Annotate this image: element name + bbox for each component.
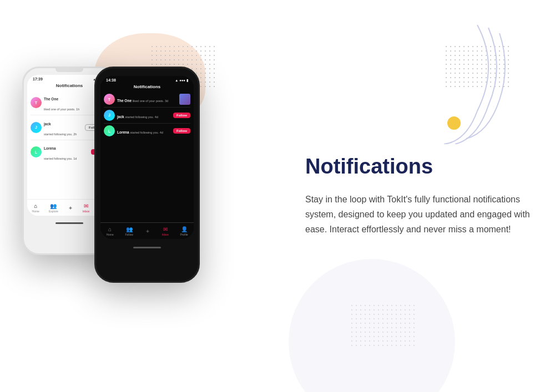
home-indicator-front — [133, 247, 161, 248]
screen-title-front: Notifications — [100, 83, 194, 91]
battery-icon-front: ▮ — [186, 78, 188, 82]
follow-button-3-front[interactable]: Follow — [173, 128, 190, 134]
nav-add-front[interactable]: ＋ — [145, 227, 150, 235]
avatar-1-front: T — [104, 94, 115, 105]
nav-inbox-front[interactable]: ✉ Inbox — [162, 226, 168, 236]
feature-title: Notifications — [305, 155, 533, 179]
notif-text-1-front: The One liked one of your posts. 3d — [117, 94, 177, 104]
nav-inbox-label-back: Inbox — [83, 210, 89, 213]
home-indicator-back — [56, 222, 83, 224]
explore-icon-back: 👥 — [50, 203, 57, 209]
bottom-nav-front: ⌂ Home 👥 Follow ＋ ✉ Inbox — [100, 222, 194, 239]
home-icon-front: ⌂ — [108, 226, 112, 232]
notif-item-1-front: T The One liked one of your posts. 3d — [100, 91, 194, 107]
avatar-2-front: J — [104, 110, 115, 121]
time-front: 14:38 — [106, 78, 116, 82]
avatar-2-back: J — [31, 122, 42, 133]
home-icon-back: ⌂ — [34, 203, 37, 209]
nav-inbox-back[interactable]: ✉ Inbox — [83, 203, 89, 213]
inbox-icon-back: ✉ — [84, 203, 88, 209]
notif-user-2-back: jack — [44, 122, 51, 126]
nav-add-back[interactable]: ＋ — [68, 204, 73, 212]
notif-item-2-front: J jack started following you. 4d Follow — [100, 108, 194, 123]
follow-button-2-front[interactable]: Follow — [173, 113, 190, 118]
notif-desc-2-front: started following you. 4d — [125, 115, 158, 119]
nav-home-front[interactable]: ⌂ Home — [106, 226, 113, 236]
main-container: 17:39 ▲ ●●● ▮ Notifications — [0, 0, 555, 392]
notif-text-2-back: jack started following you. 2h — [44, 118, 83, 138]
notif-text-2-front: jack started following you. 4d — [117, 110, 171, 120]
profile-icon-front: 👤 — [181, 226, 188, 232]
avatar-3-front: L — [104, 125, 115, 136]
notif-text-1-back: The One liked one of your posts. 1h — [44, 93, 95, 113]
notif-desc-3-front: started following you. 4d — [130, 131, 163, 134]
nav-explore-label-back: Explore — [49, 210, 58, 213]
nav-explore-back[interactable]: 👥 Explore — [49, 203, 58, 213]
nav-home-label-front: Home — [106, 233, 113, 236]
status-bar-front: 14:38 ▲ ●●● ▮ — [100, 76, 194, 83]
nav-home-back[interactable]: ⌂ Home — [32, 203, 39, 213]
notif-desc-2-back: started following you. 2h — [44, 133, 77, 136]
notif-item-3-front: L Lorena started following you. 4d Follo… — [100, 123, 194, 139]
thumbnail-1-front — [179, 94, 190, 105]
notif-user-2-front: jack — [117, 115, 125, 119]
time-back: 17:39 — [33, 77, 43, 81]
nav-follow-front[interactable]: 👥 Follow — [125, 226, 133, 236]
feature-description: Stay in the loop with TokIt's fully func… — [305, 192, 533, 237]
nav-profile-label-front: Profile — [180, 233, 188, 236]
status-icons-front: ▲ ●●● ▮ — [175, 78, 188, 82]
notch-front — [130, 68, 164, 73]
wifi-icon-front: ▲ — [175, 79, 178, 82]
phone-front-screen: 14:38 ▲ ●●● ▮ Notifications — [100, 76, 194, 239]
notif-user-1-front: The One — [117, 99, 133, 103]
inbox-icon-front: ✉ — [163, 226, 168, 232]
notch-back — [56, 68, 83, 72]
avatar-1-back: T — [31, 97, 42, 108]
add-icon-front: ＋ — [145, 227, 150, 235]
nav-home-label-back: Home — [32, 210, 39, 213]
notifications-list-front: T The One liked one of your posts. 3d J — [100, 91, 194, 139]
add-icon-back: ＋ — [68, 204, 73, 212]
phones-section: 17:39 ▲ ●●● ▮ Notifications — [0, 0, 289, 392]
nav-follow-label-front: Follow — [125, 233, 133, 236]
notif-text-3-front: Lorena started following you. 4d — [117, 126, 171, 136]
notif-user-3-front: Lorena — [117, 130, 130, 134]
nav-inbox-label-front: Inbox — [162, 233, 168, 236]
nav-profile-front[interactable]: 👤 Profile — [180, 226, 188, 236]
notif-desc-1-front: liked one of your posts. 3d — [133, 99, 168, 103]
phone-front: 14:38 ▲ ●●● ▮ Notifications — [94, 67, 200, 283]
front-screen-content: 14:38 ▲ ●●● ▮ Notifications — [100, 76, 194, 239]
text-section: Notifications Stay in the loop with TokI… — [289, 122, 555, 270]
notif-desc-3-back: started following you. 1d — [44, 157, 77, 160]
notif-user-1-back: The One — [44, 97, 58, 101]
notif-text-3-back: Lorena started following you. 1d — [44, 142, 89, 162]
notif-user-3-back: Lorena — [44, 146, 56, 150]
follow-icon-front: 👥 — [126, 226, 133, 232]
signal-icon-front: ●●● — [179, 79, 185, 82]
avatar-3-back: L — [31, 146, 42, 157]
notif-desc-1-back: liked one of your posts. 1h — [44, 108, 79, 111]
